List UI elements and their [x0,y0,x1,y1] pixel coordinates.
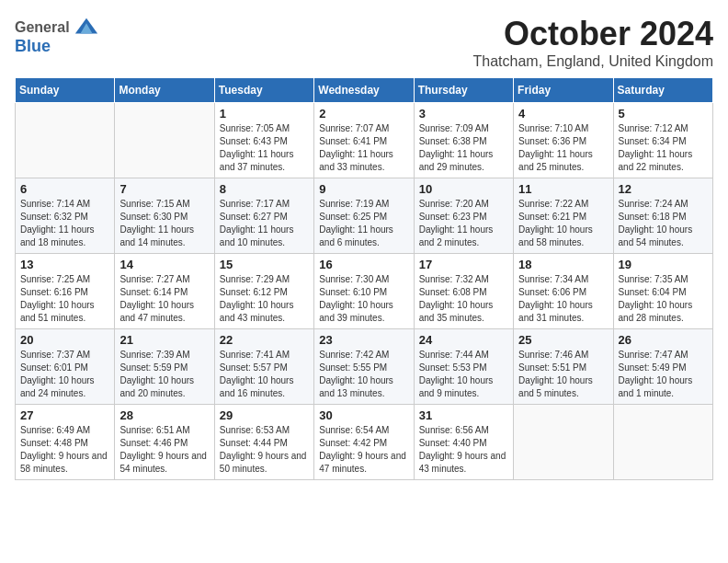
day-content: Sunrise: 7:12 AM Sunset: 6:34 PM Dayligh… [619,122,708,174]
day-number: 31 [419,408,508,422]
day-number: 27 [20,408,109,422]
day-content: Sunrise: 7:37 AM Sunset: 6:01 PM Dayligh… [20,349,109,400]
day-content: Sunrise: 7:47 AM Sunset: 5:49 PM Dayligh… [619,349,708,400]
day-content: Sunrise: 6:51 AM Sunset: 4:46 PM Dayligh… [119,424,209,476]
day-number: 18 [518,258,608,271]
weekday-header: Wednesday [314,78,414,103]
day-number: 19 [619,258,708,271]
weekday-header: Friday [514,78,613,103]
day-number: 8 [220,182,309,196]
day-number: 20 [20,333,109,347]
calendar-cell: 17Sunrise: 7:32 AM Sunset: 6:08 PM Dayli… [414,254,513,329]
day-number: 15 [220,258,309,271]
day-content: Sunrise: 7:35 AM Sunset: 6:04 PM Dayligh… [619,273,708,325]
title-block: October 2024 Thatcham, England, United K… [473,15,713,70]
logo-general-text: General [15,19,70,36]
logo: General Blue [15,15,99,56]
calendar-cell: 6Sunrise: 7:14 AM Sunset: 6:32 PM Daylig… [16,178,115,254]
day-number: 6 [20,182,109,196]
day-number: 9 [319,182,408,196]
calendar-cell: 12Sunrise: 7:24 AM Sunset: 6:18 PM Dayli… [613,178,712,254]
calendar-cell: 25Sunrise: 7:46 AM Sunset: 5:51 PM Dayli… [514,329,613,405]
day-number: 12 [619,182,708,196]
day-content: Sunrise: 7:46 AM Sunset: 5:51 PM Dayligh… [518,349,608,400]
weekday-header: Monday [115,78,214,103]
location-subtitle: Thatcham, England, United Kingdom [473,53,713,70]
calendar-cell: 19Sunrise: 7:35 AM Sunset: 6:04 PM Dayli… [613,254,712,329]
day-content: Sunrise: 7:10 AM Sunset: 6:36 PM Dayligh… [518,122,608,174]
day-number: 5 [619,107,708,121]
day-content: Sunrise: 7:41 AM Sunset: 5:57 PM Dayligh… [220,349,309,400]
day-number: 22 [220,333,309,347]
calendar-cell: 3Sunrise: 7:09 AM Sunset: 6:38 PM Daylig… [414,103,513,178]
calendar-cell: 29Sunrise: 6:53 AM Sunset: 4:44 PM Dayli… [214,405,313,480]
day-content: Sunrise: 6:49 AM Sunset: 4:48 PM Dayligh… [20,424,109,476]
calendar-cell: 18Sunrise: 7:34 AM Sunset: 6:06 PM Dayli… [514,254,613,329]
day-content: Sunrise: 7:22 AM Sunset: 6:21 PM Dayligh… [518,198,608,249]
calendar-cell [16,103,115,178]
weekday-header: Sunday [16,78,115,103]
day-content: Sunrise: 7:27 AM Sunset: 6:14 PM Dayligh… [119,273,209,325]
calendar-cell: 21Sunrise: 7:39 AM Sunset: 5:59 PM Dayli… [115,329,214,405]
day-number: 25 [518,333,608,347]
calendar-cell: 30Sunrise: 6:54 AM Sunset: 4:42 PM Dayli… [314,405,414,480]
calendar-cell: 15Sunrise: 7:29 AM Sunset: 6:12 PM Dayli… [214,254,313,329]
day-content: Sunrise: 7:30 AM Sunset: 6:10 PM Dayligh… [319,273,408,325]
day-number: 29 [220,408,309,422]
calendar-cell: 28Sunrise: 6:51 AM Sunset: 4:46 PM Dayli… [115,405,214,480]
calendar-cell: 11Sunrise: 7:22 AM Sunset: 6:21 PM Dayli… [514,178,613,254]
day-number: 11 [518,182,608,196]
calendar-cell [115,103,214,178]
day-number: 23 [319,333,408,347]
day-content: Sunrise: 6:54 AM Sunset: 4:42 PM Dayligh… [319,424,408,476]
day-content: Sunrise: 7:44 AM Sunset: 5:53 PM Dayligh… [419,349,508,400]
calendar-cell: 10Sunrise: 7:20 AM Sunset: 6:23 PM Dayli… [414,178,513,254]
calendar-cell: 8Sunrise: 7:17 AM Sunset: 6:27 PM Daylig… [214,178,313,254]
day-number: 4 [518,107,608,121]
day-content: Sunrise: 7:25 AM Sunset: 6:16 PM Dayligh… [20,273,109,325]
day-number: 30 [319,408,408,422]
logo-icon [74,15,99,40]
day-number: 21 [119,333,209,347]
calendar-cell: 26Sunrise: 7:47 AM Sunset: 5:49 PM Dayli… [613,329,712,405]
calendar-cell: 7Sunrise: 7:15 AM Sunset: 6:30 PM Daylig… [115,178,214,254]
calendar-cell: 20Sunrise: 7:37 AM Sunset: 6:01 PM Dayli… [16,329,115,405]
day-content: Sunrise: 7:19 AM Sunset: 6:25 PM Dayligh… [319,198,408,249]
day-number: 28 [119,408,209,422]
calendar-cell: 27Sunrise: 6:49 AM Sunset: 4:48 PM Dayli… [16,405,115,480]
day-content: Sunrise: 7:42 AM Sunset: 5:55 PM Dayligh… [319,349,408,400]
day-number: 3 [419,107,508,121]
weekday-header: Tuesday [214,78,313,103]
calendar-cell: 22Sunrise: 7:41 AM Sunset: 5:57 PM Dayli… [214,329,313,405]
day-number: 1 [220,107,309,121]
calendar-cell: 24Sunrise: 7:44 AM Sunset: 5:53 PM Dayli… [414,329,513,405]
day-content: Sunrise: 6:56 AM Sunset: 4:40 PM Dayligh… [419,424,508,476]
day-number: 24 [419,333,508,347]
day-number: 2 [319,107,408,121]
day-content: Sunrise: 7:07 AM Sunset: 6:41 PM Dayligh… [319,122,408,174]
day-number: 26 [619,333,708,347]
calendar-cell: 9Sunrise: 7:19 AM Sunset: 6:25 PM Daylig… [314,178,414,254]
day-number: 14 [119,258,209,271]
day-content: Sunrise: 7:39 AM Sunset: 5:59 PM Dayligh… [119,349,209,400]
day-content: Sunrise: 7:17 AM Sunset: 6:27 PM Dayligh… [220,198,309,249]
day-content: Sunrise: 7:29 AM Sunset: 6:12 PM Dayligh… [220,273,309,325]
day-content: Sunrise: 7:20 AM Sunset: 6:23 PM Dayligh… [419,198,508,249]
day-content: Sunrise: 7:05 AM Sunset: 6:43 PM Dayligh… [220,122,309,174]
weekday-header: Thursday [414,78,513,103]
day-number: 13 [20,258,109,271]
day-content: Sunrise: 6:53 AM Sunset: 4:44 PM Dayligh… [220,424,309,476]
calendar-cell [514,405,613,480]
calendar-cell: 2Sunrise: 7:07 AM Sunset: 6:41 PM Daylig… [314,103,414,178]
calendar-cell: 1Sunrise: 7:05 AM Sunset: 6:43 PM Daylig… [214,103,313,178]
day-number: 7 [119,182,209,196]
day-content: Sunrise: 7:14 AM Sunset: 6:32 PM Dayligh… [20,198,109,249]
calendar-cell [613,405,712,480]
calendar-cell: 23Sunrise: 7:42 AM Sunset: 5:55 PM Dayli… [314,329,414,405]
calendar-table: SundayMondayTuesdayWednesdayThursdayFrid… [15,77,713,480]
calendar-cell: 5Sunrise: 7:12 AM Sunset: 6:34 PM Daylig… [613,103,712,178]
page-header: General Blue October 2024 Thatcham, Engl… [15,15,713,70]
day-content: Sunrise: 7:34 AM Sunset: 6:06 PM Dayligh… [518,273,608,325]
day-content: Sunrise: 7:09 AM Sunset: 6:38 PM Dayligh… [419,122,508,174]
day-content: Sunrise: 7:15 AM Sunset: 6:30 PM Dayligh… [119,198,209,249]
